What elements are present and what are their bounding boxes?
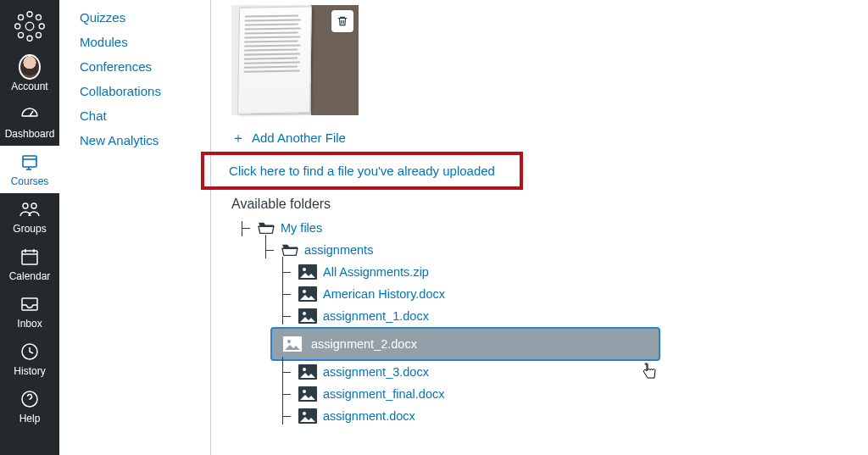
global-nav: Account Dashboard Courses Groups Calenda… — [0, 0, 59, 455]
nav-inbox[interactable]: Inbox — [0, 288, 59, 336]
svg-rect-16 — [22, 251, 37, 264]
svg-point-37 — [303, 312, 306, 315]
tree-branch — [277, 408, 292, 424]
svg-point-48 — [303, 412, 306, 415]
avatar-icon — [19, 56, 41, 78]
tree-file[interactable]: assignment_1.docx — [277, 305, 851, 327]
svg-point-33 — [303, 268, 306, 271]
nav-label: Help — [19, 413, 41, 424]
tree-file-name: All Assignments.zip — [323, 265, 429, 279]
courses-icon — [19, 151, 41, 173]
nav-label: Account — [11, 81, 47, 92]
file-image-icon — [298, 408, 318, 424]
tree-branch — [260, 241, 275, 258]
nav-label: History — [14, 366, 45, 376]
svg-point-4 — [39, 24, 44, 29]
svg-point-3 — [15, 24, 20, 29]
tree-file[interactable]: assignment.docx — [277, 405, 851, 427]
dashboard-icon — [19, 103, 41, 125]
nav-label: Inbox — [17, 319, 42, 329]
svg-point-35 — [303, 290, 306, 293]
tree-root-label: My files — [281, 221, 322, 235]
tree-branch — [277, 386, 292, 402]
nav-label: Groups — [13, 224, 46, 234]
tree-branch — [277, 286, 292, 302]
course-nav-modules[interactable]: Modules — [80, 30, 200, 54]
groups-icon — [19, 198, 41, 220]
course-nav-conferences[interactable]: Conferences — [80, 54, 200, 79]
delete-thumbnail-button[interactable] — [331, 10, 353, 32]
tree-file[interactable]: assignment_final.docx — [277, 383, 851, 405]
tree-file[interactable]: assignment_3.docx — [277, 361, 851, 383]
svg-point-46 — [303, 390, 306, 393]
file-tree: My files assignments All Assignments.zip… — [236, 217, 851, 427]
course-nav-new-analytics[interactable]: New Analytics — [80, 128, 200, 153]
help-icon — [19, 388, 41, 410]
history-icon — [19, 341, 41, 363]
tree-file-name: assignment.docx — [323, 409, 415, 423]
file-thumbnail — [231, 5, 359, 115]
inbox-icon — [19, 293, 41, 315]
tree-file[interactable]: All Assignments.zip — [277, 261, 851, 283]
svg-point-5 — [19, 15, 24, 20]
svg-point-2 — [27, 36, 32, 41]
file-image-icon — [298, 363, 318, 380]
svg-point-8 — [36, 32, 41, 37]
tree-file-name: American History.docx — [323, 287, 445, 301]
course-nav: Quizzes Modules Conferences Collaboratio… — [59, 0, 200, 455]
svg-rect-26 — [22, 298, 37, 310]
find-existing-file-link[interactable]: Click here to find a file you've already… — [229, 164, 495, 178]
svg-point-1 — [27, 12, 32, 17]
file-image-icon — [282, 336, 303, 352]
find-existing-file-highlight: Click here to find a file you've already… — [201, 152, 523, 190]
tree-file-name: assignment_1.docx — [323, 309, 429, 323]
file-image-icon — [298, 386, 318, 402]
tree-file-name: assignment_final.docx — [323, 387, 444, 401]
nav-account[interactable]: Account — [0, 51, 59, 98]
file-image-icon — [298, 264, 318, 280]
file-image-icon — [298, 286, 318, 302]
add-another-file-link[interactable]: ＋ Add Another File — [231, 130, 851, 145]
trash-icon — [337, 15, 348, 27]
tree-file-name: assignment_3.docx — [323, 365, 429, 379]
tree-folder-assignments[interactable]: assignments — [260, 239, 851, 261]
tree-file[interactable]: American History.docx — [277, 283, 851, 305]
course-nav-collaborations[interactable]: Collaborations — [80, 79, 200, 103]
svg-point-6 — [36, 15, 41, 20]
course-nav-chat[interactable]: Chat — [80, 103, 200, 128]
course-nav-quizzes[interactable]: Quizzes — [80, 5, 200, 30]
nav-calendar[interactable]: Calendar — [0, 241, 59, 288]
plus-icon: ＋ — [231, 131, 245, 145]
nav-dashboard[interactable]: Dashboard — [0, 98, 59, 146]
svg-rect-10 — [23, 156, 36, 167]
tree-file-name: assignment_2.docx — [311, 337, 417, 351]
svg-point-7 — [19, 32, 24, 37]
add-another-label: Add Another File — [252, 130, 346, 145]
svg-point-44 — [303, 368, 306, 371]
main-content: ＋ Add Another File Click here to find a … — [210, 0, 868, 455]
tree-folder-label: assignments — [304, 243, 373, 257]
svg-point-41 — [287, 340, 291, 343]
svg-point-0 — [25, 22, 34, 31]
svg-point-15 — [31, 203, 36, 208]
file-image-icon — [298, 308, 318, 325]
nav-label: Calendar — [9, 271, 51, 281]
nav-label: Dashboard — [5, 129, 55, 139]
nav-help[interactable]: Help — [0, 383, 59, 430]
svg-line-9 — [30, 111, 33, 116]
nav-history[interactable]: History — [0, 336, 59, 383]
tree-root-my-files[interactable]: My files — [236, 217, 851, 239]
nav-label: Courses — [11, 176, 49, 186]
folder-open-icon — [281, 242, 299, 258]
canvas-logo[interactable] — [12, 8, 47, 44]
nav-groups[interactable]: Groups — [0, 193, 59, 241]
tree-file-selected[interactable]: assignment_2.docx — [270, 327, 851, 361]
tree-branch — [236, 219, 252, 236]
nav-courses[interactable]: Courses — [0, 146, 59, 193]
folder-open-icon — [257, 220, 275, 236]
calendar-icon — [19, 246, 41, 268]
svg-point-14 — [23, 203, 28, 208]
tree-branch — [277, 363, 292, 380]
available-folders-heading: Available folders — [231, 193, 851, 212]
tree-branch — [277, 308, 292, 325]
